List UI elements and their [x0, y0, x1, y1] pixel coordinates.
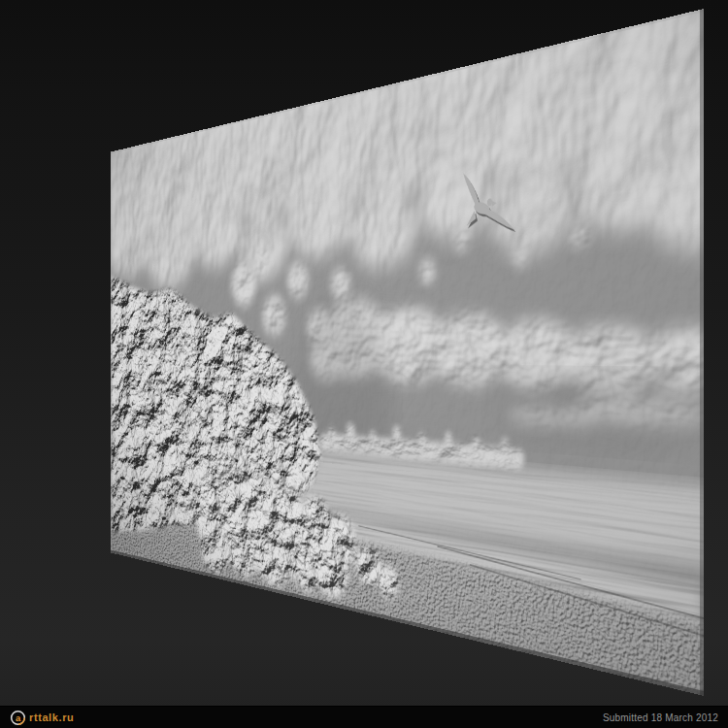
arttalk-logo-mark-letter: a: [16, 712, 21, 722]
sculpt-canvas-plane[interactable]: [111, 9, 704, 696]
footer-bar: a rttalk.ru Submitted 18 March 2012: [0, 706, 728, 728]
arttalk-logo[interactable]: a rttalk.ru: [10, 710, 74, 726]
submission-date-label: Submitted 18 March 2012: [603, 712, 718, 723]
arttalk-logo-mark-icon: a: [10, 710, 26, 726]
render-viewport: a rttalk.ru Submitted 18 March 2012: [0, 0, 728, 728]
relief-scene: [111, 9, 704, 696]
arttalk-logo-text: rttalk.ru: [29, 711, 74, 723]
vignette-overlay: [111, 9, 704, 696]
